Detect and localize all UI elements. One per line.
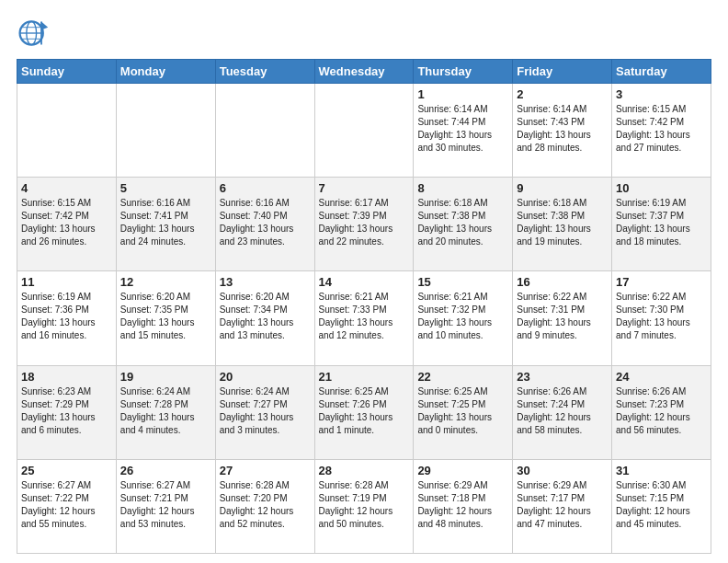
day-info: Sunrise: 6:18 AM Sunset: 7:38 PM Dayligh…: [517, 197, 608, 248]
calendar-cell: 9Sunrise: 6:18 AM Sunset: 7:38 PM Daylig…: [513, 178, 612, 271]
day-info: Sunrise: 6:19 AM Sunset: 7:36 PM Dayligh…: [21, 291, 112, 342]
calendar-cell: 6Sunrise: 6:16 AM Sunset: 7:40 PM Daylig…: [215, 178, 314, 271]
day-info: Sunrise: 6:27 AM Sunset: 7:21 PM Dayligh…: [120, 479, 211, 531]
day-number: 14: [319, 275, 410, 289]
calendar-header-row: SundayMondayTuesdayWednesdayThursdayFrid…: [17, 60, 711, 84]
calendar-header-tuesday: Tuesday: [215, 60, 314, 84]
calendar-header-saturday: Saturday: [612, 60, 711, 84]
day-number: 29: [417, 464, 508, 477]
calendar-cell: 19Sunrise: 6:24 AM Sunset: 7:28 PM Dayli…: [116, 365, 215, 459]
page: SundayMondayTuesdayWednesdayThursdayFrid…: [0, 0, 728, 563]
day-number: 6: [220, 181, 311, 195]
calendar-cell: 17Sunrise: 6:22 AM Sunset: 7:30 PM Dayli…: [612, 271, 711, 365]
day-number: 18: [21, 370, 112, 384]
day-info: Sunrise: 6:30 AM Sunset: 7:15 PM Dayligh…: [616, 479, 707, 531]
day-info: Sunrise: 6:15 AM Sunset: 7:42 PM Dayligh…: [616, 103, 707, 155]
day-info: Sunrise: 6:28 AM Sunset: 7:19 PM Dayligh…: [319, 479, 410, 531]
day-number: 17: [616, 275, 707, 289]
calendar-cell: 24Sunrise: 6:26 AM Sunset: 7:23 PM Dayli…: [612, 365, 711, 459]
day-info: Sunrise: 6:17 AM Sunset: 7:39 PM Dayligh…: [319, 197, 410, 248]
day-info: Sunrise: 6:16 AM Sunset: 7:41 PM Dayligh…: [120, 197, 211, 248]
calendar-cell: 20Sunrise: 6:24 AM Sunset: 7:27 PM Dayli…: [215, 365, 314, 459]
calendar-cell: 13Sunrise: 6:20 AM Sunset: 7:34 PM Dayli…: [215, 271, 314, 365]
day-number: 1: [417, 87, 508, 101]
day-number: 16: [517, 275, 608, 289]
calendar-header-thursday: Thursday: [414, 60, 513, 84]
day-info: Sunrise: 6:18 AM Sunset: 7:38 PM Dayligh…: [417, 197, 508, 248]
day-number: 10: [616, 181, 707, 195]
day-info: Sunrise: 6:16 AM Sunset: 7:40 PM Dayligh…: [220, 197, 311, 248]
calendar-cell: 28Sunrise: 6:28 AM Sunset: 7:19 PM Dayli…: [314, 459, 414, 553]
calendar-cell: [116, 84, 215, 178]
calendar-cell: [314, 84, 414, 178]
day-info: Sunrise: 6:27 AM Sunset: 7:22 PM Dayligh…: [21, 479, 112, 531]
calendar-cell: 18Sunrise: 6:23 AM Sunset: 7:29 PM Dayli…: [17, 365, 117, 459]
day-number: 12: [120, 275, 211, 289]
calendar-header-sunday: Sunday: [17, 60, 117, 84]
calendar-cell: 14Sunrise: 6:21 AM Sunset: 7:33 PM Dayli…: [314, 271, 414, 365]
calendar-week-1: 4Sunrise: 6:15 AM Sunset: 7:42 PM Daylig…: [17, 178, 711, 271]
calendar-cell: 5Sunrise: 6:16 AM Sunset: 7:41 PM Daylig…: [116, 178, 215, 271]
day-info: Sunrise: 6:20 AM Sunset: 7:35 PM Dayligh…: [120, 291, 211, 342]
day-number: 7: [319, 181, 410, 195]
day-number: 4: [21, 181, 112, 195]
day-info: Sunrise: 6:15 AM Sunset: 7:42 PM Dayligh…: [21, 197, 112, 248]
day-number: 3: [616, 87, 707, 101]
day-number: 30: [517, 464, 608, 477]
calendar-cell: 1Sunrise: 6:14 AM Sunset: 7:44 PM Daylig…: [414, 84, 513, 178]
calendar-cell: 25Sunrise: 6:27 AM Sunset: 7:22 PM Dayli…: [17, 459, 117, 553]
calendar-header-wednesday: Wednesday: [314, 60, 414, 84]
calendar-cell: 3Sunrise: 6:15 AM Sunset: 7:42 PM Daylig…: [612, 84, 711, 178]
day-info: Sunrise: 6:29 AM Sunset: 7:18 PM Dayligh…: [417, 479, 508, 531]
calendar-week-4: 25Sunrise: 6:27 AM Sunset: 7:22 PM Dayli…: [17, 459, 711, 553]
day-info: Sunrise: 6:21 AM Sunset: 7:33 PM Dayligh…: [319, 291, 410, 342]
calendar-cell: 8Sunrise: 6:18 AM Sunset: 7:38 PM Daylig…: [414, 178, 513, 271]
header: [17, 17, 711, 50]
day-number: 19: [120, 370, 211, 384]
day-number: 21: [319, 370, 410, 384]
calendar-week-2: 11Sunrise: 6:19 AM Sunset: 7:36 PM Dayli…: [17, 271, 711, 365]
calendar-cell: 23Sunrise: 6:26 AM Sunset: 7:24 PM Dayli…: [513, 365, 612, 459]
day-info: Sunrise: 6:25 AM Sunset: 7:26 PM Dayligh…: [319, 385, 410, 437]
day-info: Sunrise: 6:22 AM Sunset: 7:31 PM Dayligh…: [517, 291, 608, 342]
logo: [17, 17, 55, 50]
calendar-cell: 27Sunrise: 6:28 AM Sunset: 7:20 PM Dayli…: [215, 459, 314, 553]
day-info: Sunrise: 6:29 AM Sunset: 7:17 PM Dayligh…: [517, 479, 608, 531]
day-number: 31: [616, 464, 707, 477]
day-number: 11: [21, 275, 112, 289]
day-info: Sunrise: 6:26 AM Sunset: 7:23 PM Dayligh…: [616, 385, 707, 437]
calendar-cell: 15Sunrise: 6:21 AM Sunset: 7:32 PM Dayli…: [414, 271, 513, 365]
day-info: Sunrise: 6:28 AM Sunset: 7:20 PM Dayligh…: [220, 479, 311, 531]
day-number: 22: [417, 370, 508, 384]
day-info: Sunrise: 6:25 AM Sunset: 7:25 PM Dayligh…: [417, 385, 508, 437]
day-number: 5: [120, 181, 211, 195]
day-number: 26: [120, 464, 211, 477]
day-number: 20: [220, 370, 311, 384]
day-info: Sunrise: 6:14 AM Sunset: 7:43 PM Dayligh…: [517, 103, 608, 155]
day-number: 8: [417, 181, 508, 195]
day-info: Sunrise: 6:21 AM Sunset: 7:32 PM Dayligh…: [417, 291, 508, 342]
day-number: 23: [517, 370, 608, 384]
day-info: Sunrise: 6:23 AM Sunset: 7:29 PM Dayligh…: [21, 385, 112, 437]
day-number: 25: [21, 464, 112, 477]
calendar-cell: 22Sunrise: 6:25 AM Sunset: 7:25 PM Dayli…: [414, 365, 513, 459]
calendar-header-monday: Monday: [116, 60, 215, 84]
day-number: 15: [417, 275, 508, 289]
day-number: 9: [517, 181, 608, 195]
day-number: 13: [220, 275, 311, 289]
calendar-cell: 4Sunrise: 6:15 AM Sunset: 7:42 PM Daylig…: [17, 178, 117, 271]
day-info: Sunrise: 6:24 AM Sunset: 7:28 PM Dayligh…: [120, 385, 211, 437]
calendar-cell: 26Sunrise: 6:27 AM Sunset: 7:21 PM Dayli…: [116, 459, 215, 553]
day-number: 28: [319, 464, 410, 477]
calendar-week-0: 1Sunrise: 6:14 AM Sunset: 7:44 PM Daylig…: [17, 84, 711, 178]
day-info: Sunrise: 6:14 AM Sunset: 7:44 PM Dayligh…: [417, 103, 508, 155]
day-info: Sunrise: 6:19 AM Sunset: 7:37 PM Dayligh…: [616, 197, 707, 248]
day-info: Sunrise: 6:20 AM Sunset: 7:34 PM Dayligh…: [220, 291, 311, 342]
day-number: 24: [616, 370, 707, 384]
calendar-cell: 21Sunrise: 6:25 AM Sunset: 7:26 PM Dayli…: [314, 365, 414, 459]
calendar-cell: [17, 84, 117, 178]
calendar-cell: 16Sunrise: 6:22 AM Sunset: 7:31 PM Dayli…: [513, 271, 612, 365]
day-info: Sunrise: 6:22 AM Sunset: 7:30 PM Dayligh…: [616, 291, 707, 342]
day-info: Sunrise: 6:24 AM Sunset: 7:27 PM Dayligh…: [220, 385, 311, 437]
calendar-cell: 11Sunrise: 6:19 AM Sunset: 7:36 PM Dayli…: [17, 271, 117, 365]
